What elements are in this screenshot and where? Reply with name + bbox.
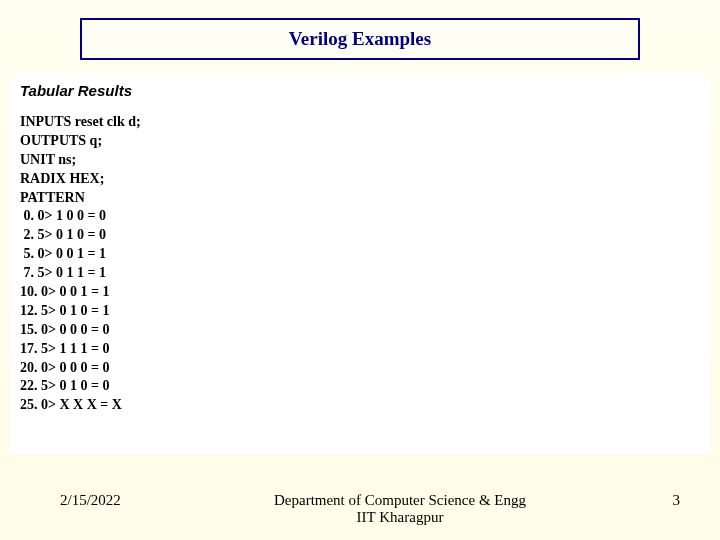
footer-dept-line1: Department of Computer Science & Engg bbox=[200, 492, 600, 509]
subtitle: Tabular Results bbox=[20, 82, 700, 99]
page-title: Verilog Examples bbox=[289, 28, 431, 49]
title-box: Verilog Examples bbox=[80, 18, 640, 60]
footer: 2/15/2022 Department of Computer Science… bbox=[0, 492, 720, 526]
content-area: Tabular Results INPUTS reset clk d; OUTP… bbox=[10, 74, 710, 454]
footer-page: 3 bbox=[620, 492, 680, 509]
code-block: INPUTS reset clk d; OUTPUTS q; UNIT ns; … bbox=[20, 113, 700, 415]
footer-dept-line2: IIT Kharagpur bbox=[200, 509, 600, 526]
footer-date: 2/15/2022 bbox=[60, 492, 180, 509]
footer-center: Department of Computer Science & Engg II… bbox=[200, 492, 600, 526]
